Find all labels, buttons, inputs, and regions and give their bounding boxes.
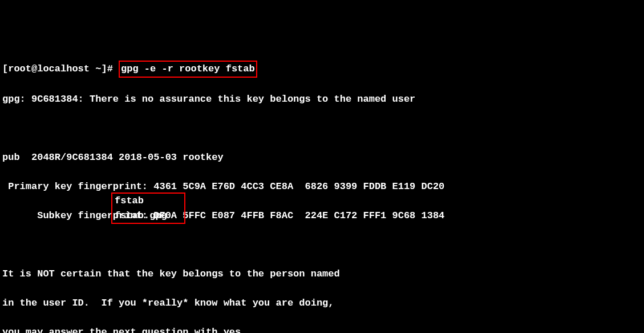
file-fstab-gpg: fstab.gpg bbox=[115, 208, 182, 223]
prompt-prefix: [root@localhost ~]# bbox=[2, 63, 119, 74]
terminal-line-primary-fp: Primary key fingerprint: 4361 5C9A E76D … bbox=[2, 179, 642, 194]
terminal-line-cert3: you may answer the next question with ye… bbox=[2, 325, 642, 333]
highlighted-fstab-files: fstabfstab.gpg bbox=[111, 192, 185, 224]
terminal-line-blank bbox=[2, 121, 642, 136]
terminal-line-subkey-fp: Subkey fingerprint: DF0A 5FFC E087 4FFB … bbox=[2, 208, 642, 223]
terminal-line-cert2: in the user ID. If you *really* know wha… bbox=[2, 296, 642, 311]
terminal-line-gpg-warn: gpg: 9C681384: There is no assurance thi… bbox=[2, 92, 642, 107]
terminal-line-pub: pub 2048R/9C681384 2018-05-03 rootkey bbox=[2, 150, 642, 165]
highlighted-command-gpg: gpg -e -r rootkey fstab bbox=[119, 61, 257, 78]
file-fstab: fstab bbox=[115, 194, 182, 208]
terminal-line-blank2 bbox=[2, 238, 642, 252]
terminal-line-prompt1: [root@localhost ~]# gpg -e -r rootkey fs… bbox=[2, 61, 642, 78]
terminal-line-cert1: It is NOT certain that the key belongs t… bbox=[2, 267, 642, 282]
